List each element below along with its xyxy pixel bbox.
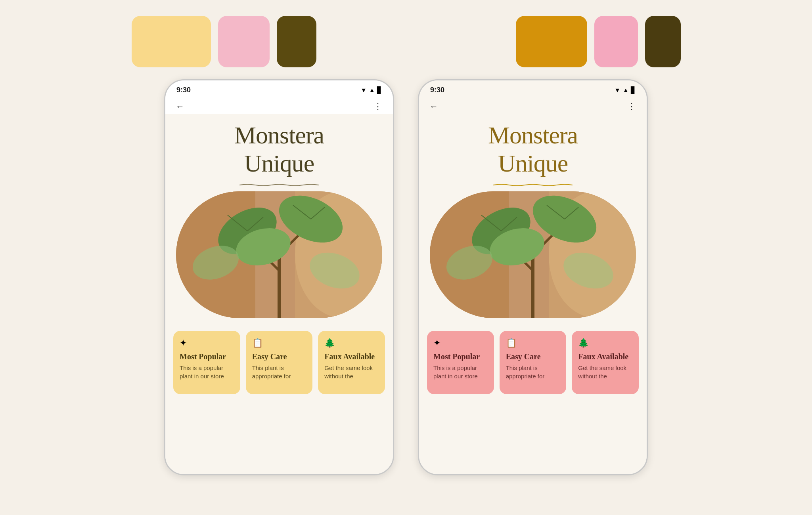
phone1-nav: ← ⋮ [165, 97, 393, 114]
phone2-card3-desc: Get the same look without the [578, 364, 632, 380]
phone1-title-underline [228, 181, 331, 184]
phone1-plant-image [176, 191, 382, 318]
phone1-card1-title: Most Popular [180, 352, 234, 361]
phone2-menu-button[interactable]: ⋮ [627, 101, 636, 112]
phone1: 9:30 ▼ ▲ ▊ ← ⋮ Monstera Unique [164, 79, 394, 475]
swatch-light-yellow [132, 16, 211, 67]
phone2-card-care: 📋 Easy Care This plant is appropriate fo… [500, 331, 567, 394]
phone2-time: 9:30 [430, 86, 444, 94]
signal-icon-2: ▲ [622, 87, 629, 94]
phone2-status-bar: 9:30 ▼ ▲ ▊ [419, 80, 647, 97]
phone2-content: Monstera Unique [419, 114, 647, 468]
phone1-back-button[interactable]: ← [176, 101, 184, 112]
phones-section: 9:30 ▼ ▲ ▊ ← ⋮ Monstera Unique [0, 79, 812, 475]
phone1-status-bar: 9:30 ▼ ▲ ▊ [165, 80, 393, 97]
phone1-card3-desc: Get the same look without the [324, 364, 379, 380]
clipboard-icon: 📋 [252, 338, 306, 348]
top-section [0, 0, 812, 79]
swatch-light-pink [218, 16, 270, 67]
phone2-info-cards: ✦ Most Popular This is a popular plant i… [419, 331, 647, 394]
phone1-card-faux: 🌲 Faux Available Get the same look witho… [318, 331, 385, 394]
phone2-title-underline [481, 181, 584, 184]
phone2-card1-desc: This is a popular plant in our store [433, 364, 488, 380]
left-swatches [132, 16, 316, 67]
battery-icon: ▊ [377, 86, 382, 94]
phone2-back-button[interactable]: ← [429, 101, 438, 112]
wifi-icon: ▼ [360, 87, 367, 94]
swatch-dark-olive [277, 16, 316, 67]
phone2-card1-title: Most Popular [433, 352, 488, 361]
phone1-time: 9:30 [176, 86, 191, 94]
tree-icon-2: 🌲 [578, 338, 632, 348]
right-swatches [516, 16, 681, 67]
phone2-card2-desc: This plant is appropriate for [506, 364, 560, 380]
signal-icon: ▲ [369, 87, 375, 94]
sparkle-icon-2: ✦ [433, 338, 488, 348]
phone1-card2-title: Easy Care [252, 352, 306, 361]
phone1-menu-button[interactable]: ⋮ [373, 101, 383, 112]
phone1-status-icons: ▼ ▲ ▊ [360, 86, 382, 94]
phone1-card2-desc: This plant is appropriate for [252, 364, 306, 380]
phone1-plant-title: Monstera Unique [234, 121, 324, 178]
tree-icon: 🌲 [324, 338, 379, 348]
phone1-card3-title: Faux Available [324, 352, 379, 361]
phone2-card-popular: ✦ Most Popular This is a popular plant i… [427, 331, 494, 394]
phone2-card2-title: Easy Care [506, 352, 560, 361]
battery-icon-2: ▊ [631, 86, 636, 94]
phone2-plant-image [430, 191, 636, 318]
swatch-amber [516, 16, 587, 67]
swatch-pink [594, 16, 638, 67]
phone2-status-icons: ▼ ▲ ▊ [614, 86, 636, 94]
phone2-card-faux: 🌲 Faux Available Get the same look witho… [572, 331, 639, 394]
phone1-card1-desc: This is a popular plant in our store [180, 364, 234, 380]
phone1-wrapper: 9:30 ▼ ▲ ▊ ← ⋮ Monstera Unique [164, 79, 394, 475]
phone2-plant-title: Monstera Unique [488, 121, 578, 178]
phone1-info-cards: ✦ Most Popular This is a popular plant i… [165, 331, 393, 394]
phone1-card-care: 📋 Easy Care This plant is appropriate fo… [246, 331, 313, 394]
swatch-brown [645, 16, 681, 67]
phone2-card3-title: Faux Available [578, 352, 632, 361]
phone2-wrapper: 9:30 ▼ ▲ ▊ ← ⋮ Monstera Unique [418, 79, 648, 475]
phone1-card-popular: ✦ Most Popular This is a popular plant i… [173, 331, 240, 394]
wifi-icon-2: ▼ [614, 87, 620, 94]
phone2: 9:30 ▼ ▲ ▊ ← ⋮ Monstera Unique [418, 79, 648, 475]
phone2-nav: ← ⋮ [419, 97, 647, 114]
sparkle-icon: ✦ [180, 338, 234, 348]
phone1-content: Monstera Unique [165, 114, 393, 468]
clipboard-icon-2: 📋 [506, 338, 560, 348]
